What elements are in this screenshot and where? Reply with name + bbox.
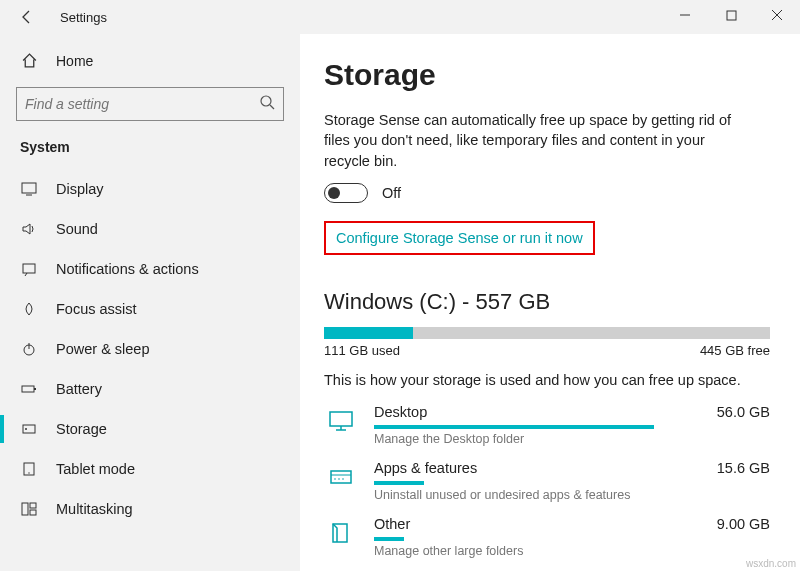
nav-label: Sound — [56, 221, 98, 237]
usage-intro: This is how your storage is used and how… — [324, 372, 770, 388]
other-icon — [324, 516, 358, 550]
drive-heading: Windows (C:) - 557 GB — [324, 289, 770, 315]
category-name: Other — [374, 516, 410, 532]
nav-focus-assist[interactable]: Focus assist — [0, 289, 300, 329]
nav-battery[interactable]: Battery — [0, 369, 300, 409]
svg-rect-4 — [22, 183, 36, 193]
maximize-button[interactable] — [708, 0, 754, 30]
svg-rect-6 — [23, 264, 35, 273]
nav-multitasking[interactable]: Multitasking — [0, 489, 300, 529]
desktop-icon — [324, 404, 358, 438]
nav-label: Display — [56, 181, 104, 197]
svg-rect-10 — [34, 388, 36, 390]
multitasking-icon — [20, 500, 38, 518]
home-icon — [20, 52, 38, 69]
svg-point-23 — [334, 478, 336, 480]
svg-rect-17 — [30, 510, 36, 515]
nav-notifications[interactable]: Notifications & actions — [0, 249, 300, 289]
notification-icon — [20, 260, 38, 278]
category-hint: Manage the Desktop folder — [374, 432, 770, 446]
battery-icon — [20, 380, 38, 398]
power-icon — [20, 340, 38, 358]
close-button[interactable] — [754, 0, 800, 30]
category-apps-features[interactable]: Apps & features 15.6 GB Uninstall unused… — [324, 460, 770, 502]
group-label: System — [0, 135, 300, 169]
home-link[interactable]: Home — [0, 44, 300, 77]
focus-icon — [20, 300, 38, 318]
free-label: 445 GB free — [700, 343, 770, 358]
category-other[interactable]: Other 9.00 GB Manage other large folders — [324, 516, 770, 558]
category-size: 15.6 GB — [717, 460, 770, 476]
drive-usage-fill — [324, 327, 413, 339]
drive-usage-bar — [324, 327, 770, 339]
minimize-button[interactable] — [662, 0, 708, 30]
search-icon — [259, 94, 275, 114]
back-button[interactable] — [12, 2, 42, 32]
category-bar — [374, 481, 424, 485]
sound-icon — [20, 220, 38, 238]
nav-label: Notifications & actions — [56, 261, 199, 277]
content-pane: Storage Storage Sense can automatically … — [300, 34, 800, 571]
svg-rect-18 — [330, 412, 352, 426]
drive-usage-labels: 111 GB used 445 GB free — [324, 343, 770, 358]
svg-rect-21 — [331, 471, 351, 483]
nav-sound[interactable]: Sound — [0, 209, 300, 249]
category-bar — [374, 537, 404, 541]
svg-rect-9 — [22, 386, 34, 392]
storage-sense-toggle[interactable] — [324, 183, 368, 203]
storage-icon — [20, 420, 38, 438]
category-size: 9.00 GB — [717, 516, 770, 532]
nav-tablet-mode[interactable]: Tablet mode — [0, 449, 300, 489]
nav-display[interactable]: Display — [0, 169, 300, 209]
nav-label: Power & sleep — [56, 341, 150, 357]
nav-label: Focus assist — [56, 301, 137, 317]
search-box[interactable] — [16, 87, 284, 121]
window-title: Settings — [60, 10, 107, 25]
svg-rect-16 — [30, 503, 36, 508]
watermark: wsxdn.com — [746, 558, 796, 569]
display-icon — [20, 180, 38, 198]
svg-point-2 — [261, 96, 271, 106]
sidebar: Home System Display Sound Notifications … — [0, 34, 300, 571]
svg-rect-1 — [727, 11, 736, 20]
used-label: 111 GB used — [324, 343, 400, 358]
window-controls — [662, 0, 800, 30]
apps-icon — [324, 460, 358, 494]
svg-point-12 — [25, 428, 27, 430]
page-heading: Storage — [324, 58, 770, 92]
svg-rect-11 — [23, 425, 35, 433]
category-bar — [374, 425, 654, 429]
toggle-state-label: Off — [382, 185, 401, 201]
category-desktop[interactable]: Desktop 56.0 GB Manage the Desktop folde… — [324, 404, 770, 446]
nav-label: Multitasking — [56, 501, 133, 517]
configure-storage-sense-link[interactable]: Configure Storage Sense or run it now — [336, 230, 583, 246]
svg-point-14 — [28, 472, 29, 473]
configure-highlight-box: Configure Storage Sense or run it now — [324, 221, 595, 255]
svg-point-24 — [338, 478, 340, 480]
nav-label: Battery — [56, 381, 102, 397]
nav-list: Display Sound Notifications & actions Fo… — [0, 169, 300, 529]
nav-power-sleep[interactable]: Power & sleep — [0, 329, 300, 369]
category-name: Apps & features — [374, 460, 477, 476]
storage-sense-toggle-row: Off — [324, 183, 770, 203]
titlebar: Settings — [0, 0, 800, 34]
svg-rect-15 — [22, 503, 28, 515]
category-hint: Uninstall unused or undesired apps & fea… — [374, 488, 770, 502]
svg-line-3 — [270, 105, 274, 109]
home-label: Home — [56, 53, 93, 69]
nav-storage[interactable]: Storage — [0, 409, 300, 449]
tablet-icon — [20, 460, 38, 478]
category-size: 56.0 GB — [717, 404, 770, 420]
nav-label: Storage — [56, 421, 107, 437]
svg-point-25 — [342, 478, 344, 480]
storage-sense-description: Storage Sense can automatically free up … — [324, 110, 734, 171]
category-name: Desktop — [374, 404, 427, 420]
category-hint: Manage other large folders — [374, 544, 770, 558]
nav-label: Tablet mode — [56, 461, 135, 477]
search-input[interactable] — [25, 96, 259, 112]
